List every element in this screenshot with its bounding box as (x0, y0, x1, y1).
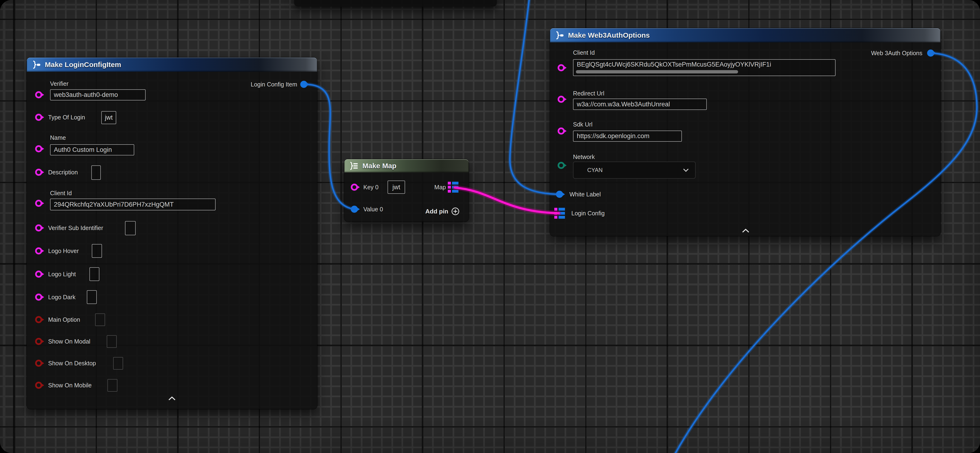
pin-label-show-on-modal: Show On Modal (48, 338, 91, 345)
pin-label-verifier: Verifier (50, 80, 68, 87)
pin-name[interactable] (35, 145, 42, 152)
node-make-web3authoptions[interactable]: Make Web3AuthOptions Client Id BEglQSgt4… (550, 28, 940, 236)
checkbox-show-on-modal[interactable] (107, 335, 117, 348)
checkbox-main-option[interactable] (95, 314, 105, 326)
field-name[interactable]: Auth0 Custom Login (50, 144, 134, 155)
pin-login-config-item-out[interactable] (300, 81, 307, 88)
pin-client-id[interactable] (558, 64, 565, 71)
pin-label-type-of-login: Type Of Login (48, 114, 85, 121)
chevron-down-icon (682, 168, 689, 172)
pin-client-id[interactable] (35, 200, 42, 207)
pin-label-name: Name (50, 134, 66, 141)
add-pin-plus-icon (451, 207, 460, 215)
pin-label-client-id: Client Id (573, 49, 595, 56)
pin-label-description: Description (48, 169, 78, 176)
field-logo-dark[interactable] (87, 290, 97, 304)
pin-map-out[interactable] (448, 182, 458, 193)
network-dropdown-value: CYAN (587, 167, 603, 173)
field-type-of-login[interactable]: jwt (101, 111, 116, 124)
node-header-make-web3authoptions[interactable]: Make Web3AuthOptions (550, 28, 940, 43)
pin-verifier-sub-identifier[interactable] (35, 224, 42, 231)
pin-label-sdk-url: Sdk Url (573, 121, 592, 128)
make-map-icon (348, 162, 359, 170)
node-make-map[interactable]: Make Map Key 0 jwt Map Value 0 Add pin (344, 159, 469, 222)
pin-label-network: Network (573, 153, 595, 160)
field-logo-hover[interactable] (92, 244, 102, 258)
wire-map-to-login-config[interactable] (455, 188, 559, 213)
pin-redirect-url[interactable] (558, 96, 565, 103)
pin-show-on-mobile[interactable] (35, 382, 42, 389)
pin-label-verifier-sub-identifier: Verifier Sub Identifier (48, 224, 103, 231)
pin-sdk-url[interactable] (558, 127, 565, 135)
pin-network[interactable] (558, 162, 565, 169)
pin-description[interactable] (35, 169, 42, 176)
node-title: Make Map (363, 162, 396, 170)
field-description[interactable] (91, 165, 101, 180)
field-redirect-url[interactable]: w3a://com.w3a.Web3AuthUnreal (573, 98, 707, 110)
checkbox-show-on-mobile[interactable] (107, 379, 118, 392)
field-verifier-sub-identifier[interactable] (125, 221, 136, 235)
field-key-0[interactable]: jwt (388, 181, 405, 194)
pin-logo-dark[interactable] (35, 293, 42, 301)
field-client-id-text: BEglQSgt4cUWcj6SKRdu5QkOXTsePmMcusG5EAoy… (577, 61, 771, 68)
node-title: Make Web3AuthOptions (568, 31, 650, 39)
field-sdk-url[interactable]: https://sdk.openlogin.com (573, 131, 682, 142)
collapse-chevron-icon[interactable] (741, 228, 751, 233)
pin-label-show-on-mobile: Show On Mobile (48, 382, 92, 389)
pin-label-main-option: Main Option (48, 316, 80, 323)
make-struct-icon (31, 60, 41, 69)
pin-label-redirect-url: Redirect Url (573, 90, 604, 97)
field-verifier[interactable]: web3auth-auth0-demo (50, 89, 146, 100)
pin-type-of-login[interactable] (35, 114, 42, 121)
make-struct-icon (554, 31, 565, 40)
node-header-make-loginconfigitem[interactable]: Make LoginConfigItem (27, 57, 317, 72)
pin-label-show-on-desktop: Show On Desktop (48, 360, 96, 367)
pin-label-client-id: Client Id (50, 190, 72, 196)
pin-show-on-modal[interactable] (35, 338, 42, 345)
pin-web3auth-options-out[interactable] (927, 49, 934, 57)
pin-logo-light[interactable] (35, 271, 42, 278)
pin-label-logo-light: Logo Light (48, 271, 76, 278)
pin-label-login-config-item: Login Config Item (251, 81, 297, 88)
blueprint-graph-canvas[interactable]: Make LoginConfigItem Verifier web3auth-a… (0, 0, 980, 453)
wire-glow (455, 188, 559, 213)
pin-show-on-desktop[interactable] (35, 360, 42, 367)
field-client-id-scrollbar[interactable] (576, 70, 738, 73)
pin-label-key-0: Key 0 (363, 184, 379, 191)
pin-login-config[interactable] (554, 208, 565, 219)
node-title: Make LoginConfigItem (45, 61, 121, 69)
pin-white-label[interactable] (556, 191, 563, 198)
pin-value-0[interactable] (351, 206, 358, 213)
checkbox-show-on-desktop[interactable] (113, 357, 123, 370)
offscreen-node-partial[interactable] (294, 0, 497, 6)
node-make-loginconfigitem[interactable]: Make LoginConfigItem Verifier web3auth-a… (27, 57, 317, 409)
pin-label-login-config: Login Config (571, 210, 605, 217)
pin-label-logo-hover: Logo Hover (48, 247, 79, 255)
add-pin-button[interactable]: Add pin (425, 207, 460, 215)
pin-label-logo-dark: Logo Dark (48, 293, 75, 301)
pin-label-value-0: Value 0 (363, 206, 383, 213)
pin-label-map-out: Map (434, 184, 446, 191)
field-client-id[interactable]: BEglQSgt4cUWcj6SKRdu5QkOXTsePmMcusG5EAoy… (573, 59, 835, 76)
pin-verifier[interactable] (35, 91, 42, 98)
field-client-id[interactable]: 294QRkchfq2YaXUbPri7D6PH7xzHgQMT (50, 198, 216, 211)
node-header-make-map[interactable]: Make Map (344, 159, 469, 173)
pin-key-0[interactable] (351, 184, 358, 191)
network-dropdown[interactable]: CYAN (573, 162, 696, 179)
pin-main-option[interactable] (35, 316, 42, 323)
pin-label-web3auth-options-out: Web 3Auth Options (871, 49, 923, 57)
screenshot-stage: Make LoginConfigItem Verifier web3auth-a… (0, 0, 980, 453)
pin-label-white-label: White Label (570, 191, 601, 198)
collapse-chevron-icon[interactable] (167, 396, 177, 401)
field-logo-light[interactable] (89, 267, 99, 281)
add-pin-label: Add pin (425, 208, 448, 215)
pin-logo-hover[interactable] (35, 247, 42, 255)
